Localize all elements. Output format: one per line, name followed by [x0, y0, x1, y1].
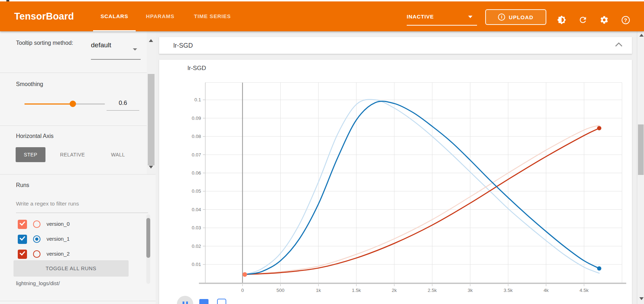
axis-wall-button[interactable]: WALL — [102, 147, 134, 162]
svg-text:0.1: 0.1 — [194, 97, 201, 102]
run-row-version-0[interactable]: version_0 — [0, 217, 146, 232]
svg-text:0.03: 0.03 — [192, 225, 201, 230]
tooltip-sorting-value: default — [91, 41, 111, 49]
section-title: lr-SGD — [173, 37, 193, 54]
scroll-down-icon[interactable] — [149, 166, 153, 169]
svg-text:1k: 1k — [316, 288, 321, 293]
scrollbar-thumb[interactable] — [148, 74, 155, 165]
status-dropdown-value: INACTIVE — [407, 14, 434, 20]
chart-tool-filled-icon[interactable] — [199, 299, 209, 304]
run-radio[interactable] — [33, 220, 40, 228]
svg-text:4k: 4k — [543, 288, 549, 293]
svg-text:500: 500 — [276, 288, 285, 293]
main-content: lr-SGD lr-SGD 0.10.090.080.070.060.050.0… — [156, 31, 644, 304]
toggle-all-runs-button[interactable]: TOGGLE ALL RUNS — [13, 260, 129, 277]
tab-hparams[interactable]: HPARAMS — [141, 1, 180, 31]
scroll-down-icon[interactable] — [639, 297, 644, 300]
svg-text:2.5k: 2.5k — [428, 288, 437, 293]
sidebar: Tooltip sorting method: default Smoothin… — [0, 31, 156, 304]
info-icon: i — [498, 14, 505, 21]
chevron-down-icon — [468, 16, 472, 18]
tab-time-series[interactable]: TIME SERIES — [185, 1, 240, 31]
upload-button-label: UPLOAD — [509, 14, 533, 20]
active-tab-underline — [93, 30, 136, 31]
svg-text:0.09: 0.09 — [192, 116, 201, 121]
brightness-icon[interactable] — [557, 15, 567, 25]
divider — [0, 301, 156, 301]
app-title: TensorBoard — [14, 1, 74, 31]
chevron-up-icon[interactable] — [615, 42, 623, 49]
scalar-chart-card: lr-SGD 0.10.090.080.070.060.050.040.030.… — [159, 60, 632, 304]
lr-sgd-line-chart[interactable]: 0.10.090.080.070.060.050.040.030.020.010… — [159, 60, 632, 304]
tab-label: HPARAMS — [146, 13, 174, 19]
smoothing-label: Smoothing — [16, 81, 43, 87]
page-scrollbar[interactable] — [637, 31, 644, 304]
run-row-version-1[interactable]: version_1 — [0, 232, 146, 247]
run-checkbox[interactable] — [18, 220, 27, 229]
slider-thumb[interactable] — [70, 101, 76, 107]
smoothing-slider[interactable] — [25, 100, 105, 107]
window-top-notch — [6, 0, 9, 1]
tab-label: SCALARS — [101, 13, 128, 19]
axis-step-button[interactable]: STEP — [16, 147, 45, 162]
svg-text:0.06: 0.06 — [192, 170, 201, 176]
svg-text:0.01: 0.01 — [192, 262, 201, 267]
run-radio[interactable] — [33, 235, 40, 243]
run-label: version_2 — [47, 251, 70, 257]
help-icon[interactable]: ? — [621, 15, 631, 25]
sidebar-scrollbar[interactable] — [147, 31, 156, 174]
divider — [0, 126, 156, 126]
runs-filter-input[interactable]: Write a regex to filter runs — [16, 198, 148, 213]
svg-text:0.04: 0.04 — [192, 207, 201, 212]
divider — [0, 174, 156, 175]
tooltip-sorting-label: Tooltip sorting method: — [16, 38, 80, 47]
svg-text:0: 0 — [241, 288, 244, 293]
run-checkbox[interactable] — [18, 235, 27, 244]
upload-button[interactable]: i UPLOAD — [485, 9, 546, 25]
run-label: version_1 — [47, 236, 70, 242]
horizontal-axis-label: Horizontal Axis — [16, 133, 54, 139]
svg-text:0.08: 0.08 — [192, 134, 201, 139]
tab-scalars[interactable]: SCALARS — [93, 1, 136, 31]
scroll-up-icon[interactable] — [149, 39, 153, 42]
svg-text:0.07: 0.07 — [192, 152, 201, 158]
run-label: version_0 — [47, 221, 70, 227]
chevron-down-icon — [133, 48, 137, 50]
settings-icon[interactable] — [599, 15, 609, 25]
axis-relative-button[interactable]: RELATIVE — [52, 147, 93, 162]
divider — [0, 73, 156, 73]
runs-label: Runs — [16, 182, 29, 188]
smoothing-value-input[interactable]: 0.6 — [107, 100, 139, 107]
app-header: TensorBoard SCALARS HPARAMS TIME SERIES … — [0, 1, 644, 31]
svg-text:3k: 3k — [468, 288, 473, 293]
svg-text:2k: 2k — [392, 288, 397, 293]
scroll-up-icon[interactable] — [639, 34, 644, 37]
tab-label: TIME SERIES — [194, 13, 231, 19]
runs-scrollbar-thumb[interactable] — [146, 218, 150, 258]
runs-filter-placeholder: Write a regex to filter runs — [16, 201, 79, 207]
chart-tool-outline-icon[interactable] — [217, 299, 226, 304]
run-radio[interactable] — [33, 250, 40, 258]
scrollbar-thumb[interactable] — [638, 124, 644, 175]
svg-text:3.5k: 3.5k — [504, 288, 513, 293]
run-checkbox[interactable] — [18, 250, 27, 259]
scalar-section-header[interactable]: lr-SGD — [159, 37, 632, 54]
svg-text:1.5k: 1.5k — [352, 288, 361, 293]
svg-text:0.02: 0.02 — [192, 244, 201, 249]
status-dropdown-underline — [407, 25, 477, 26]
svg-text:0.05: 0.05 — [192, 188, 201, 194]
run-row-version-2[interactable]: version_2 — [0, 247, 146, 262]
refresh-icon[interactable] — [578, 15, 588, 25]
log-directory-path: lightning_logs/dist/ — [16, 280, 60, 286]
svg-text:4.5k: 4.5k — [579, 288, 589, 293]
window-top-strip — [0, 0, 644, 1]
status-dropdown[interactable]: INACTIVE — [407, 12, 478, 26]
tooltip-sorting-select[interactable]: default — [91, 40, 141, 60]
